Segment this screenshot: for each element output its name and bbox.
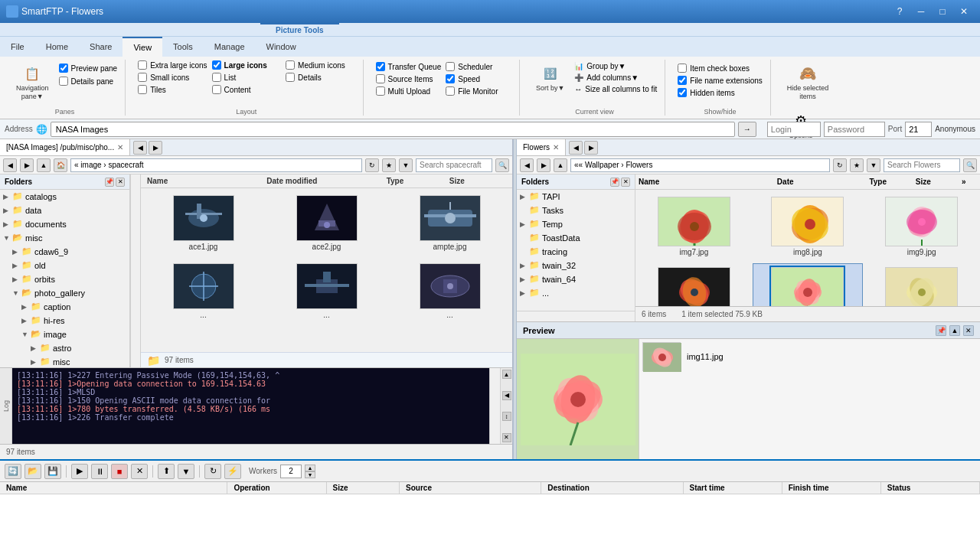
add-columns-item[interactable]: ➕ Add columns▼ <box>573 73 658 83</box>
scheduler-checkbox[interactable] <box>446 62 455 71</box>
extra-large-icons-checkbox[interactable] <box>138 60 147 70</box>
file-item-ampte[interactable]: ampte.jpg <box>390 191 509 255</box>
right-tab-prev-btn[interactable]: ◀ <box>569 141 583 155</box>
xfer-play-btn[interactable]: ▶ <box>71 464 88 479</box>
speed-check[interactable]: Speed <box>444 73 513 84</box>
address-input[interactable] <box>51 122 735 137</box>
folders-close-btn[interactable]: ✕ <box>116 178 125 187</box>
tab-window[interactable]: Window <box>256 37 307 57</box>
tab-manage[interactable]: Manage <box>204 37 256 57</box>
nav-favorites-btn[interactable]: ★ <box>382 158 396 172</box>
hidden-items-checkbox[interactable] <box>678 88 687 97</box>
list-checkbox[interactable] <box>212 73 221 82</box>
left-search-input[interactable] <box>416 158 492 172</box>
right-tree-scrollbar[interactable] <box>517 311 635 321</box>
tree-item-old[interactable]: ▶ 📁 old <box>0 259 129 272</box>
xfer-pause-btn[interactable]: ⏸ <box>91 464 108 479</box>
col-date[interactable]: Date modified <box>263 176 383 186</box>
content-check[interactable]: Content <box>211 84 283 95</box>
log-ctrl-2[interactable]: ◀ <box>502 391 511 400</box>
img-col-expand[interactable]: » <box>962 178 977 186</box>
th-status[interactable]: Status <box>881 482 980 494</box>
tab-tools[interactable]: Tools <box>162 37 204 57</box>
nav-back-btn[interactable]: ◀ <box>3 158 17 172</box>
left-panel-tab-close[interactable]: ✕ <box>117 143 123 152</box>
tab-view[interactable]: View <box>122 37 162 57</box>
image-item-img9[interactable]: img9.jpg <box>866 193 977 260</box>
right-panel-tab-close[interactable]: ✕ <box>553 143 559 152</box>
img-col-date[interactable]: Date <box>777 178 870 186</box>
tree-item-tasks[interactable]: 📁 Tasks <box>517 204 635 217</box>
th-name[interactable]: Name <box>0 482 227 494</box>
nav-home-btn[interactable]: 🏠 <box>54 158 67 172</box>
xfer-open-btn[interactable]: 📂 <box>24 464 41 479</box>
th-finish[interactable]: Finish time <box>782 482 881 494</box>
file-monitor-checkbox[interactable] <box>446 86 455 96</box>
tree-item-tracing[interactable]: 📁 tracing <box>517 245 635 259</box>
help-button[interactable]: ? <box>890 4 910 19</box>
restore-button[interactable]: □ <box>933 4 952 19</box>
left-scrollbar[interactable] <box>130 174 141 367</box>
extra-large-icons-check[interactable]: Extra large icons <box>136 60 208 70</box>
th-source[interactable]: Source <box>400 482 541 494</box>
xfer-save-btn[interactable]: 💾 <box>44 464 61 479</box>
content-checkbox[interactable] <box>212 85 221 94</box>
large-icons-check[interactable]: Large icons <box>211 60 283 70</box>
tree-item-photo-gallery[interactable]: ▼ 📂 photo_gallery <box>0 286 129 300</box>
tree-item-toastdata[interactable]: 📁 ToastData <box>517 231 635 245</box>
right-nav-menu-btn[interactable]: ▼ <box>867 158 880 172</box>
img-col-name[interactable]: Name <box>639 178 777 186</box>
left-search-btn[interactable]: 🔍 <box>495 158 509 172</box>
tab-share[interactable]: Share <box>79 37 122 57</box>
multi-upload-checkbox[interactable] <box>376 86 385 96</box>
file-monitor-check[interactable]: File Monitor <box>444 86 513 96</box>
image-item-img11[interactable]: img11.jpg <box>753 263 864 306</box>
right-search-btn[interactable]: 🔍 <box>963 158 977 172</box>
minimize-button[interactable]: ─ <box>911 4 931 19</box>
address-go-button[interactable]: → <box>738 122 756 137</box>
details-pane-check[interactable]: Details pane <box>57 76 119 86</box>
file-item-ace2[interactable]: ace2.jpg <box>267 191 386 255</box>
speed-checkbox[interactable] <box>446 74 455 83</box>
tab-home[interactable]: Home <box>35 37 79 57</box>
th-destination[interactable]: Destination <box>541 482 683 494</box>
item-checkboxes-checkbox[interactable] <box>678 64 687 73</box>
size-all-columns-item[interactable]: ↔ Size all columns to fit <box>573 84 658 94</box>
details-checkbox[interactable] <box>286 73 295 82</box>
img-col-size[interactable]: Size <box>916 178 962 186</box>
xfer-refresh-btn[interactable]: ↻ <box>204 464 221 479</box>
tree-item-more[interactable]: ▶ 📁 ... <box>517 286 635 300</box>
tree-item-misc[interactable]: ▼ 📂 misc <box>0 231 129 245</box>
preview-expand-btn[interactable]: ▲ <box>949 325 960 336</box>
tree-item-tapi[interactable]: ▶ 📁 TAPI <box>517 190 635 204</box>
source-items-check[interactable]: Source Items <box>374 73 443 84</box>
hidden-items-check[interactable]: Hidden items <box>676 87 764 98</box>
xfer-down-btn[interactable]: ▼ <box>178 464 194 479</box>
right-panel-tab[interactable]: Flowers ✕ <box>517 139 566 155</box>
list-check[interactable]: List <box>211 72 283 83</box>
navigation-pane-btn[interactable]: 📋 Navigationpane▼ <box>11 60 54 104</box>
small-icons-check[interactable]: Small icons <box>136 72 208 83</box>
preview-close-btn[interactable]: ✕ <box>963 325 974 336</box>
nav-up-btn[interactable]: ▲ <box>37 158 51 172</box>
right-nav-refresh-btn[interactable]: ↻ <box>833 158 847 172</box>
tree-item-documents[interactable]: ▶ 📁 documents <box>0 217 129 231</box>
log-expand-btn[interactable]: ↕ <box>502 412 511 421</box>
nav-refresh-btn[interactable]: ↻ <box>365 158 379 172</box>
right-search-input[interactable] <box>884 158 960 172</box>
tree-item-twain32[interactable]: ▶ 📁 twain_32 <box>517 259 635 272</box>
multi-upload-check[interactable]: Multi Upload <box>374 86 443 96</box>
th-size[interactable]: Size <box>327 482 400 494</box>
preview-pane-checkbox[interactable] <box>59 64 68 73</box>
log-close-btn[interactable]: ✕ <box>502 433 511 442</box>
workers-input[interactable] <box>280 465 302 478</box>
file-ext-check[interactable]: File name extensions <box>676 75 764 86</box>
tree-item-caption[interactable]: ▶ 📁 caption <box>0 300 129 314</box>
file-item-5[interactable]: ... <box>267 259 386 323</box>
group-by-item[interactable]: 📊 Group by▼ <box>573 61 658 71</box>
log-scrollbar[interactable] <box>489 368 500 444</box>
right-folders-pin-btn[interactable]: 📌 <box>610 178 619 187</box>
tree-item-orbits[interactable]: ▶ 📁 orbits <box>0 272 129 286</box>
scheduler-check[interactable]: Scheduler <box>444 61 513 72</box>
img-col-type[interactable]: Type <box>869 178 915 186</box>
